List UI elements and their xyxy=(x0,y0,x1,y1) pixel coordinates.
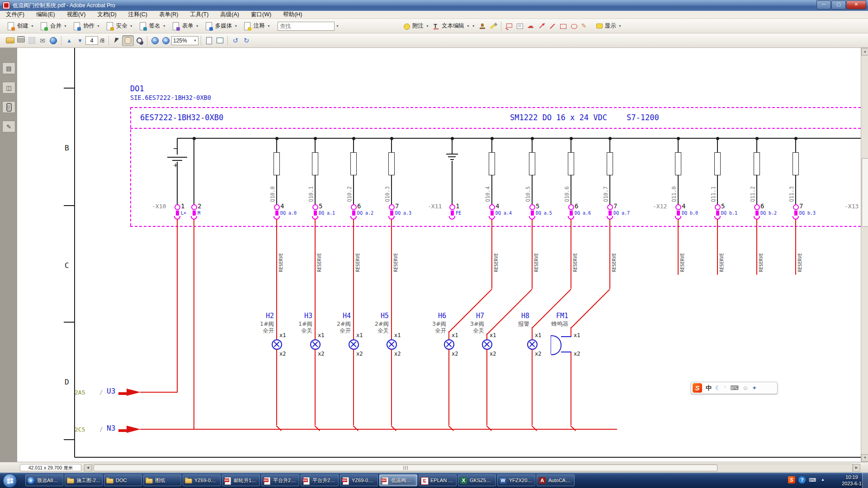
zoom-in-button[interactable]: + xyxy=(160,36,171,46)
pencil-icon: ✎ xyxy=(581,23,589,30)
zoom-marquee-button[interactable] xyxy=(134,36,145,46)
close-button[interactable]: ✕ xyxy=(846,0,866,9)
scroll-right-icon[interactable]: ▶ xyxy=(853,464,860,472)
vertical-scrollbar[interactable]: ▲ ▼ xyxy=(861,48,868,462)
tray-help-icon[interactable]: ? xyxy=(798,476,806,483)
menu-item-10[interactable]: 帮助(H) xyxy=(277,10,308,19)
stamp-tool-button[interactable] xyxy=(477,21,488,31)
moon-icon[interactable]: ☾ xyxy=(715,385,721,391)
maximize-button[interactable]: ▢ xyxy=(831,0,846,9)
attachments-panel-icon[interactable] xyxy=(2,101,15,113)
smiley-icon[interactable]: ☺ xyxy=(742,385,748,391)
toolbar-collab-button[interactable]: 协作▼ xyxy=(70,20,103,32)
signatures-panel-icon[interactable]: ✎ xyxy=(2,121,15,132)
document-page[interactable]: BCDDO1SIE.6ES7222-1BH32-0XB06ES7222-1BH3… xyxy=(17,48,861,462)
print-button[interactable] xyxy=(15,36,26,46)
taskbar-item-5[interactable]: YZ69-03-... xyxy=(183,474,221,486)
taskbar-clock[interactable]: 10:19 2023-6-1 xyxy=(842,474,862,487)
show-desktop-button[interactable] xyxy=(862,473,868,488)
find-input[interactable] xyxy=(278,22,335,31)
menu-item-4[interactable]: 文档(D) xyxy=(91,10,122,19)
note-tool-button[interactable]: 附注▼ xyxy=(401,21,431,31)
punctuation-icon[interactable]: ’· xyxy=(724,385,727,390)
textedit-tool-button[interactable]: T文本编辑▼▼ xyxy=(431,21,477,31)
horizontal-scroll-thumb[interactable] xyxy=(94,465,717,471)
toolbar-comment-button[interactable]: 注释▼ xyxy=(240,20,273,32)
taskbar-item-6[interactable]: PDF邮轮升1... xyxy=(222,474,260,486)
web-capture-button[interactable] xyxy=(48,36,59,46)
cloud-tool-button[interactable]: ☁ xyxy=(525,21,536,31)
scroll-up-icon[interactable]: ▲ xyxy=(861,48,868,56)
minimize-button[interactable]: ─ xyxy=(816,0,831,9)
toolbar-combine-button[interactable]: 合并▼ xyxy=(37,20,70,32)
tray-keyboard-icon[interactable]: ⌨ xyxy=(809,476,816,483)
highlight-tool-button[interactable] xyxy=(488,21,499,31)
zoom-level-select[interactable]: 125%▼ xyxy=(171,36,198,45)
horizontal-scrollbar[interactable] xyxy=(92,464,853,472)
save-button[interactable] xyxy=(26,36,37,46)
fit-width-button[interactable] xyxy=(214,36,225,46)
fit-page-button[interactable] xyxy=(203,36,214,46)
next-page-button[interactable]: ▼ xyxy=(75,36,85,46)
rotate-ccw-button[interactable]: ↺ xyxy=(230,36,241,46)
menu-item-5[interactable]: 注释(C) xyxy=(123,10,153,19)
taskbar-item-14[interactable]: AAutoCAD... xyxy=(537,474,575,486)
menu-item-7[interactable]: 工具(T) xyxy=(184,10,214,19)
keyboard-icon[interactable]: ⌨ xyxy=(730,385,739,391)
find-dropdown-icon[interactable]: ▼ xyxy=(336,24,339,28)
taskbar-item-12[interactable]: XGKSZ570... xyxy=(458,474,496,486)
line-tool-button[interactable] xyxy=(547,21,558,31)
callout-tool-button[interactable] xyxy=(504,21,514,31)
layers-panel-icon[interactable]: ◫ xyxy=(2,82,15,94)
taskbar-item-10[interactable]: PDF低温阀门... xyxy=(379,474,417,486)
title-bar[interactable]: 低温阀门控制系统.pdf - Adobe Acrobat Pro ─ ▢ ✕ xyxy=(0,0,868,11)
ime-toolbar[interactable]: S 中 ☾ ’· ⌨ ☺ ✦ xyxy=(691,382,778,394)
scroll-left-icon[interactable]: ◀ xyxy=(84,464,92,472)
oval-tool-button[interactable] xyxy=(569,21,580,31)
rotate-cw-button[interactable]: ↻ xyxy=(241,36,252,46)
pencil-tool-button[interactable]: ✎ xyxy=(580,21,590,31)
textbox-tool-button[interactable] xyxy=(514,21,525,31)
zoom-out-button[interactable]: − xyxy=(150,36,160,46)
toolbar-sign-button[interactable]: 签名▼ xyxy=(136,20,169,32)
tray-sogou-icon[interactable]: S xyxy=(788,476,795,483)
sogou-logo-icon[interactable]: S xyxy=(693,383,702,393)
open-file-button[interactable] xyxy=(5,36,15,46)
taskbar-item-7[interactable]: PDF平台升27... xyxy=(261,474,299,486)
rect-tool-button[interactable] xyxy=(558,21,569,31)
terminal-block xyxy=(390,211,393,216)
start-button[interactable] xyxy=(3,474,17,488)
arrow-tool-button[interactable] xyxy=(536,21,547,31)
menu-item-2[interactable]: 编辑(E) xyxy=(30,10,61,19)
show-comments-button[interactable]: 显示▼ xyxy=(593,21,624,31)
toolbar-create-button[interactable]: 创建▼ xyxy=(4,20,37,32)
select-tool-button[interactable] xyxy=(111,36,122,46)
page-number-input[interactable] xyxy=(85,36,98,45)
menu-item-6[interactable]: 表单(R) xyxy=(153,10,184,19)
taskbar-item-2[interactable]: 施工图-2... xyxy=(65,474,103,486)
email-button[interactable]: ✉ xyxy=(37,36,48,46)
ime-mode-toggle[interactable]: 中 xyxy=(706,384,712,392)
menu-item-9[interactable]: 窗口(W) xyxy=(245,10,277,19)
menu-item-3[interactable]: 视图(V) xyxy=(61,10,92,19)
scroll-down-icon[interactable]: ▼ xyxy=(861,454,868,462)
toolbar-media-button[interactable]: 多媒体▼ xyxy=(202,20,240,32)
toolbox-icon[interactable]: ✦ xyxy=(752,385,757,391)
toolbar-forms-button[interactable]: 表单▼ xyxy=(169,20,202,32)
xref-zone: 2C5 xyxy=(75,426,85,433)
previous-page-button[interactable]: ▲ xyxy=(64,36,75,46)
menu-item-8[interactable]: 高级(A) xyxy=(214,10,245,19)
vertical-scroll-thumb[interactable] xyxy=(862,158,868,227)
taskbar-item-13[interactable]: WYFZX202... xyxy=(497,474,535,486)
pages-panel-icon[interactable]: ▤ xyxy=(2,62,15,74)
menu-item-1[interactable]: 文件(F) xyxy=(0,10,30,19)
taskbar-item-9[interactable]: PDFYZ69-03-... xyxy=(340,474,378,486)
tray-hidden-icons-icon[interactable]: ▲ xyxy=(819,476,826,483)
taskbar-item-8[interactable]: PDF平台升27... xyxy=(301,474,339,486)
taskbar-item-11[interactable]: EEPLAN El... xyxy=(419,474,457,486)
taskbar-item-1[interactable]: e致远A8协... xyxy=(25,474,63,486)
hand-tool-button[interactable] xyxy=(122,35,134,46)
taskbar-item-4[interactable]: 图纸 xyxy=(143,474,181,486)
toolbar-secure-button[interactable]: 安全▼ xyxy=(103,20,136,32)
taskbar-item-3[interactable]: DOC xyxy=(104,474,142,486)
